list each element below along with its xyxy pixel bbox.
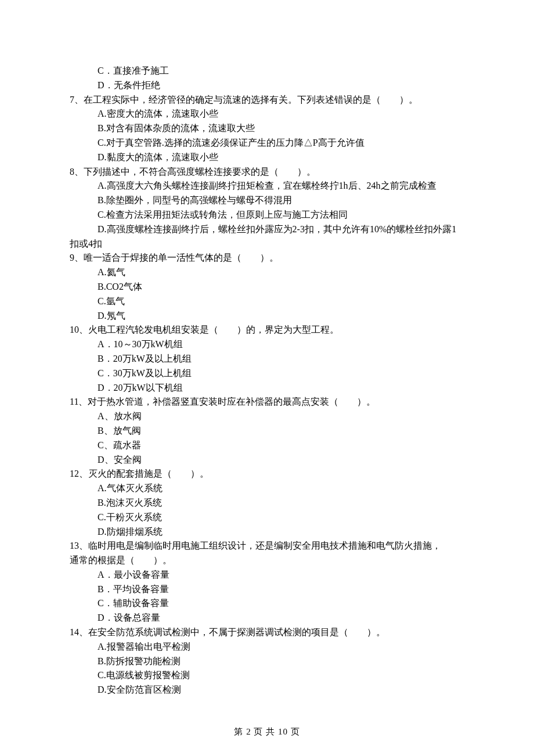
answer-option: A.报警器输出电平检测 [70,640,464,654]
answer-option: D.高强度螺栓连接副终拧后，螺栓丝扣外露应为2-3扣，其中允许有10%的螺栓丝扣… [70,222,464,237]
answer-option: A.密度大的流体，流速取小些 [70,107,464,121]
answer-option: B.泡沫灭火系统 [70,496,464,510]
question-stem: 13、临时用电是编制临时用电施工组织设计，还是编制安全用电技术措施和电气防火措施… [70,539,464,553]
question-stem: 7、在工程实际中，经济管径的确定与流速的选择有关。下列表述错误的是（ ）。 [70,93,464,107]
answer-option: A.高强度大六角头螺栓连接副终拧扭矩检查，宜在螺栓终拧1h后、24h之前完成检查 [70,179,464,193]
answer-option: B.CO2气体 [70,280,464,294]
question-stem: 14、在安全防范系统调试检测中，不属于探测器调试检测的项目是（ ）。 [70,625,464,640]
answer-option: C.氩气 [70,294,464,309]
answer-option: C.干粉灭火系统 [70,510,464,525]
answer-option: C．辅助设备容量 [70,596,464,611]
answer-option: C．30万kW及以上机组 [70,366,464,381]
question-stem: 12、灭火的配套措施是（ ）。 [70,467,464,481]
answer-option: D.防烟排烟系统 [70,525,464,539]
answer-option: C、疏水器 [70,438,464,453]
page-body: C．直接准予施工D．无条件拒绝7、在工程实际中，经济管径的确定与流速的选择有关。… [0,0,534,756]
answer-option: D．无条件拒绝 [70,78,464,93]
question-stem: 10、火电工程汽轮发电机组安装是（ ）的，界定为大型工程。 [70,323,464,337]
answer-option: A.气体灭火系统 [70,481,464,496]
answer-option: C.检查方法采用扭矩法或转角法，但原则上应与施工方法相同 [70,208,464,222]
answer-option: A．最小设备容量 [70,568,464,582]
answer-option: D.氖气 [70,309,464,323]
page-footer: 第 2 页 共 10 页 [0,725,534,739]
question-stem: 扣或4扣 [70,237,464,251]
answer-option: D.安全防范盲区检测 [70,683,464,697]
question-list: C．直接准予施工D．无条件拒绝7、在工程实际中，经济管径的确定与流速的选择有关。… [70,64,464,697]
question-stem: 11、对于热水管道，补偿器竖直安装时应在补偿器的最高点安装（ ）。 [70,395,464,409]
answer-option: B.防拆报警功能检测 [70,654,464,669]
answer-option: D．20万kW以下机组 [70,381,464,395]
answer-option: C.对于真空管路.选择的流速必须保证产生的压力降△P高于允许值 [70,136,464,150]
answer-option: B．20万kW及以上机组 [70,352,464,366]
question-stem: 9、唯一适合于焊接的单一活性气体的是（ ）。 [70,251,464,265]
answer-option: A.氦气 [70,265,464,280]
answer-option: B.除垫圈外，同型号的高强螺栓与螺母不得混用 [70,193,464,208]
answer-option: C.电源线被剪报警检测 [70,668,464,683]
answer-option: D、安全阀 [70,453,464,467]
question-stem: 8、下列描述中，不符合高强度螺栓连接要求的是（ ）。 [70,165,464,179]
answer-option: B．平均设备容量 [70,582,464,597]
answer-option: C．直接准予施工 [70,64,464,78]
question-stem: 通常的根据是（ ）。 [70,553,464,568]
answer-option: D．设备总容量 [70,611,464,625]
answer-option: A、放水阀 [70,409,464,424]
answer-option: B、放气阀 [70,424,464,438]
answer-option: B.对含有固体杂质的流体，流速取大些 [70,121,464,136]
answer-option: A．10～30万kW机组 [70,337,464,352]
answer-option: D.黏度大的流体，流速取小些 [70,150,464,165]
